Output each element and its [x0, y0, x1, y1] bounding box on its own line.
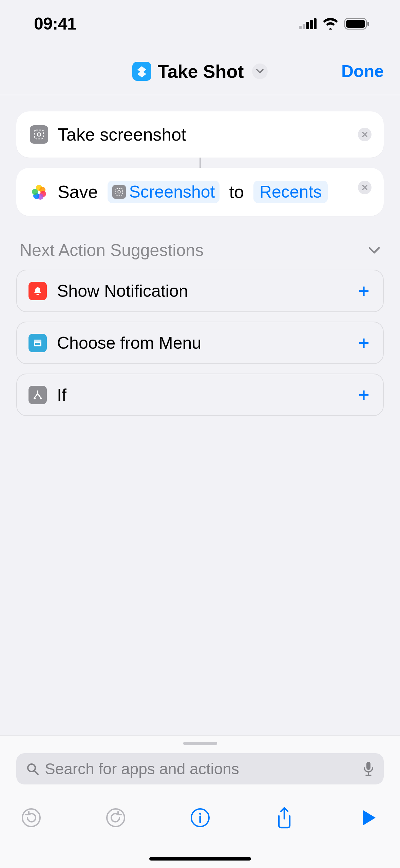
notification-icon — [28, 282, 47, 300]
add-suggestion-button[interactable]: + — [358, 332, 372, 354]
svg-rect-7 — [367, 22, 369, 26]
info-icon — [190, 808, 210, 828]
action-text: Take screenshot — [58, 124, 186, 145]
bottom-sheet[interactable] — [0, 735, 400, 797]
svg-point-28 — [107, 809, 125, 827]
destination-token-recents[interactable]: Recents — [253, 181, 328, 203]
svg-line-25 — [35, 771, 38, 774]
info-button[interactable] — [189, 807, 211, 829]
photos-icon — [30, 183, 48, 201]
done-button[interactable]: Done — [341, 61, 384, 81]
connector-line — [199, 158, 201, 168]
svg-point-9 — [37, 133, 41, 136]
undo-icon — [21, 808, 41, 828]
status-icons — [299, 18, 369, 30]
screenshot-icon — [30, 125, 48, 144]
nav-bar: Take Shot Done — [0, 48, 400, 95]
sheet-grabber[interactable] — [183, 742, 217, 745]
svg-point-27 — [22, 809, 40, 827]
svg-point-17 — [118, 191, 120, 193]
play-icon — [361, 809, 377, 827]
suggestion-label: Choose from Menu — [57, 333, 348, 353]
home-indicator[interactable] — [149, 857, 251, 861]
svg-rect-6 — [346, 20, 365, 28]
close-icon — [362, 184, 368, 191]
title-menu-button[interactable] — [252, 64, 268, 79]
close-icon — [362, 131, 368, 138]
suggestion-choose-from-menu[interactable]: Choose from Menu + — [16, 322, 384, 364]
editor-canvas: Take screenshot Save — [0, 95, 400, 416]
action-mid: to — [229, 182, 244, 202]
shortcuts-app-icon — [132, 62, 151, 81]
svg-rect-3 — [310, 20, 313, 29]
nav-title-group[interactable]: Take Shot — [132, 61, 267, 82]
svg-point-15 — [32, 189, 38, 195]
search-input[interactable] — [45, 760, 357, 778]
undo-button[interactable] — [20, 807, 42, 829]
battery-icon — [344, 18, 369, 30]
cellular-icon — [299, 18, 317, 29]
share-button[interactable] — [273, 807, 295, 829]
svg-rect-0 — [299, 26, 302, 29]
svg-rect-26 — [366, 762, 370, 770]
svg-rect-8 — [35, 130, 43, 139]
status-bar: 09:41 — [0, 0, 400, 48]
delete-action-button[interactable] — [358, 128, 372, 141]
variable-name: Screenshot — [129, 182, 215, 202]
shortcut-title: Take Shot — [157, 61, 244, 82]
svg-rect-2 — [306, 22, 309, 29]
chevron-down-icon — [256, 69, 264, 74]
svg-rect-4 — [314, 18, 317, 29]
action-card-save-to-album[interactable]: Save Screenshot to Recents — [16, 168, 384, 216]
svg-rect-1 — [303, 24, 305, 29]
search-icon — [26, 762, 39, 776]
redo-icon — [106, 808, 126, 828]
redo-button[interactable] — [105, 807, 127, 829]
status-time: 09:41 — [34, 14, 76, 34]
menu-icon — [28, 334, 47, 352]
suggestion-label: If — [57, 385, 348, 405]
run-button[interactable] — [358, 807, 380, 829]
screenshot-icon — [112, 185, 126, 199]
search-bar[interactable] — [16, 753, 384, 784]
svg-rect-16 — [116, 188, 122, 195]
delete-action-button[interactable] — [358, 181, 372, 194]
dictation-icon[interactable] — [363, 761, 374, 777]
share-icon — [275, 807, 293, 829]
variable-token-screenshot[interactable]: Screenshot — [108, 181, 220, 203]
svg-point-30 — [199, 813, 201, 815]
suggestion-if[interactable]: If + — [16, 374, 384, 416]
suggestions-header[interactable]: Next Action Suggestions — [20, 240, 380, 260]
if-icon — [28, 386, 47, 404]
suggestion-show-notification[interactable]: Show Notification + — [16, 270, 384, 312]
action-prefix: Save — [58, 182, 98, 202]
chevron-down-icon — [368, 247, 380, 254]
suggestion-label: Show Notification — [57, 281, 348, 301]
wifi-icon — [323, 18, 338, 30]
add-suggestion-button[interactable]: + — [358, 280, 372, 302]
suggestions-title: Next Action Suggestions — [20, 240, 204, 260]
add-suggestion-button[interactable]: + — [358, 384, 372, 406]
svg-rect-19 — [34, 340, 41, 342]
svg-point-23 — [40, 397, 42, 399]
action-card-take-screenshot[interactable]: Take screenshot — [16, 111, 384, 158]
svg-point-22 — [34, 397, 36, 399]
